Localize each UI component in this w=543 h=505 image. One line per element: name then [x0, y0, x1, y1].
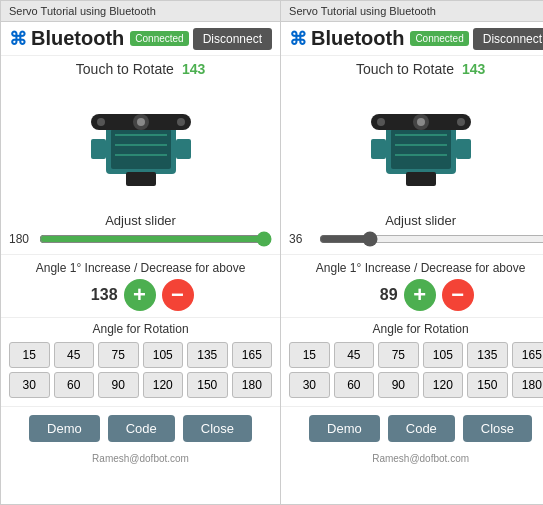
svg-point-20 — [417, 118, 425, 126]
bluetooth-row: ⌘BluetoothConnectedDisconnect — [281, 22, 543, 56]
rotation-angle-button[interactable]: 90 — [98, 372, 139, 398]
rotation-angle-button[interactable]: 45 — [334, 342, 375, 368]
svg-point-22 — [457, 118, 465, 126]
demo-button[interactable]: Demo — [29, 415, 100, 442]
rotation-angle-button[interactable]: 30 — [9, 372, 50, 398]
rotation-angle-button[interactable]: 120 — [143, 372, 184, 398]
rotation-angle-button[interactable]: 15 — [289, 342, 330, 368]
panel-header: Servo Tutorial using Bluetooth — [281, 1, 543, 22]
rotation-angle-button[interactable]: 180 — [232, 372, 273, 398]
svg-rect-11 — [176, 139, 191, 159]
rotate-value: 143 — [462, 61, 485, 77]
panel-footer: Ramesh@dofbot.com — [281, 450, 543, 469]
increase-button[interactable]: + — [404, 279, 436, 311]
svg-rect-4 — [115, 154, 167, 156]
rotation-angle-button[interactable]: 150 — [467, 372, 508, 398]
svg-point-8 — [97, 118, 105, 126]
svg-point-21 — [377, 118, 385, 126]
bottom-buttons: DemoCodeClose — [281, 406, 543, 450]
rotation-label: Angle for Rotation — [9, 322, 272, 336]
slider-row: 180 — [9, 232, 272, 246]
angle-inc-label: Angle 1° Increase / Decrease for above — [289, 261, 543, 275]
connected-badge: Connected — [410, 31, 468, 46]
decrease-button[interactable]: − — [162, 279, 194, 311]
demo-button[interactable]: Demo — [309, 415, 380, 442]
code-button[interactable]: Code — [388, 415, 455, 442]
rotation-section: Angle for Rotation1545751051351653060901… — [1, 317, 280, 406]
svg-rect-12 — [126, 172, 156, 186]
decrease-button[interactable]: − — [442, 279, 474, 311]
slider-label: Adjust slider — [289, 213, 543, 228]
close-button[interactable]: Close — [183, 415, 252, 442]
rotation-grid-row1: 154575105135165 — [9, 342, 272, 368]
rotation-angle-button[interactable]: 75 — [378, 342, 419, 368]
svg-rect-2 — [115, 134, 167, 136]
panel-footer: Ramesh@dofbot.com — [1, 450, 280, 469]
svg-rect-10 — [91, 139, 106, 159]
servo-image-area — [1, 79, 280, 209]
rotation-angle-button[interactable]: 180 — [512, 372, 543, 398]
rotation-angle-button[interactable]: 150 — [187, 372, 228, 398]
rotation-angle-button[interactable]: 60 — [54, 372, 95, 398]
svg-rect-3 — [115, 144, 167, 146]
panel-right: Servo Tutorial using Bluetooth⌘Bluetooth… — [280, 0, 543, 505]
bluetooth-icon: ⌘ — [289, 30, 307, 48]
angle-inc-value: 89 — [368, 286, 398, 304]
rotation-angle-button[interactable]: 105 — [143, 342, 184, 368]
panel-header: Servo Tutorial using Bluetooth — [1, 1, 280, 22]
rotation-angle-button[interactable]: 120 — [423, 372, 464, 398]
angle-inc-label: Angle 1° Increase / Decrease for above — [9, 261, 272, 275]
rotate-label: Touch to Rotate — [356, 61, 454, 77]
code-button[interactable]: Code — [108, 415, 175, 442]
disconnect-button[interactable]: Disconnect — [193, 28, 272, 50]
rotation-angle-button[interactable]: 60 — [334, 372, 375, 398]
bottom-buttons: DemoCodeClose — [1, 406, 280, 450]
increase-button[interactable]: + — [124, 279, 156, 311]
svg-rect-25 — [406, 172, 436, 186]
svg-rect-17 — [395, 154, 447, 156]
rotation-angle-button[interactable]: 90 — [378, 372, 419, 398]
rotation-angle-button[interactable]: 15 — [9, 342, 50, 368]
rotation-angle-button[interactable]: 30 — [289, 372, 330, 398]
slider-row: 36 — [289, 232, 543, 246]
angle-inc-row: 89+− — [289, 279, 543, 311]
servo-image-area — [281, 79, 543, 209]
close-button[interactable]: Close — [463, 415, 532, 442]
svg-point-9 — [177, 118, 185, 126]
rotation-section: Angle for Rotation1545751051351653060901… — [281, 317, 543, 406]
svg-rect-15 — [395, 134, 447, 136]
slider-label: Adjust slider — [9, 213, 272, 228]
svg-point-7 — [137, 118, 145, 126]
angle-slider[interactable] — [319, 235, 543, 243]
rotation-label: Angle for Rotation — [289, 322, 543, 336]
svg-rect-24 — [456, 139, 471, 159]
bluetooth-title: Bluetooth — [311, 27, 404, 50]
svg-rect-23 — [371, 139, 386, 159]
angle-inc-section: Angle 1° Increase / Decrease for above89… — [281, 254, 543, 317]
rotate-label: Touch to Rotate — [76, 61, 174, 77]
rotation-angle-button[interactable]: 105 — [423, 342, 464, 368]
connected-badge: Connected — [130, 31, 188, 46]
slider-section: Adjust slider180 — [1, 209, 280, 254]
slider-min-label: 180 — [9, 232, 33, 246]
angle-inc-section: Angle 1° Increase / Decrease for above13… — [1, 254, 280, 317]
disconnect-button[interactable]: Disconnect — [473, 28, 543, 50]
angle-slider[interactable] — [39, 235, 272, 243]
rotation-angle-button[interactable]: 75 — [98, 342, 139, 368]
rotation-grid-row1: 154575105135165 — [289, 342, 543, 368]
svg-rect-16 — [395, 144, 447, 146]
angle-inc-value: 138 — [88, 286, 118, 304]
rotation-grid-row2: 306090120150180 — [9, 372, 272, 398]
rotation-grid-row2: 306090120150180 — [289, 372, 543, 398]
rotate-value: 143 — [182, 61, 205, 77]
bluetooth-icon: ⌘ — [9, 30, 27, 48]
bluetooth-title: Bluetooth — [31, 27, 124, 50]
slider-min-label: 36 — [289, 232, 313, 246]
rotation-angle-button[interactable]: 135 — [187, 342, 228, 368]
rotation-angle-button[interactable]: 45 — [54, 342, 95, 368]
rotation-angle-button[interactable]: 165 — [232, 342, 273, 368]
rotate-section: Touch to Rotate143 — [1, 56, 280, 79]
rotation-angle-button[interactable]: 165 — [512, 342, 543, 368]
rotation-angle-button[interactable]: 135 — [467, 342, 508, 368]
angle-inc-row: 138+− — [9, 279, 272, 311]
